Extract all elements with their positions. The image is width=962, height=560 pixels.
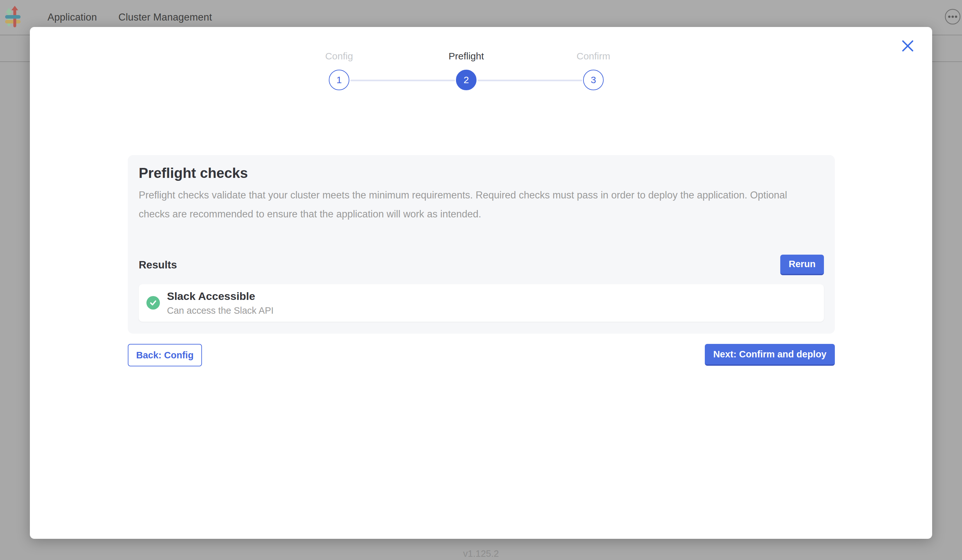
rerun-button[interactable]: Rerun (780, 255, 824, 275)
check-pass-icon (147, 296, 160, 310)
stepper: Config 1 Preflight 2 Confirm 3 (30, 27, 932, 130)
result-text: Slack Accessible Can access the Slack AP… (167, 290, 274, 316)
step-config: Config 1 (275, 51, 403, 90)
step-circle-3[interactable]: 3 (583, 70, 604, 90)
step-circle-1[interactable]: 1 (329, 70, 349, 90)
step-label: Confirm (576, 51, 610, 62)
panel-title: Preflight checks (139, 165, 824, 181)
preflight-modal: Config 1 Preflight 2 Confirm 3 Preflight… (30, 27, 932, 539)
modal-footer: Back: Config Next: Confirm and deploy (128, 344, 835, 367)
nav-item-application[interactable]: Application (47, 11, 97, 23)
step-preflight-active: Preflight 2 (402, 51, 531, 90)
nav-item-cluster-management[interactable]: Cluster Management (118, 11, 212, 23)
step-confirm: Confirm 3 (529, 51, 658, 90)
step-label: Config (325, 51, 353, 62)
version-label: v1.125.2 (0, 549, 962, 559)
preflight-checks-panel: Preflight checks Preflight checks valida… (128, 155, 835, 334)
results-heading: Results (139, 259, 177, 271)
more-menu-button[interactable] (945, 9, 961, 25)
next-button[interactable]: Next: Confirm and deploy (705, 344, 835, 366)
step-label: Preflight (449, 51, 484, 62)
back-button[interactable]: Back: Config (128, 344, 202, 366)
result-detail: Can access the Slack API (167, 305, 274, 316)
app-logo-icon (5, 6, 21, 28)
results-header: Results Rerun (139, 255, 824, 275)
ellipsis-icon (945, 21, 961, 26)
panel-description: Preflight checks validate that your clus… (139, 186, 812, 224)
step-circle-2[interactable]: 2 (456, 70, 476, 90)
preflight-result-row: Slack Accessible Can access the Slack AP… (139, 284, 824, 322)
result-title: Slack Accessible (167, 290, 274, 302)
